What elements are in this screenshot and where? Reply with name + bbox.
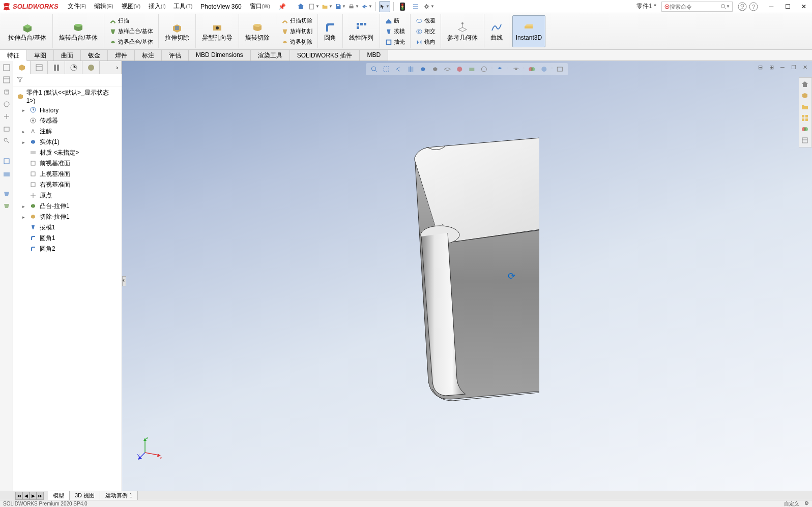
- tab-surface[interactable]: 曲面: [54, 50, 81, 61]
- tree-draft1[interactable]: 拔模1: [15, 222, 120, 233]
- task-home-icon[interactable]: [800, 80, 809, 89]
- tree-tab-property[interactable]: [31, 61, 48, 74]
- revolve-boss-button[interactable]: 旋转凸台/基体: [56, 15, 100, 47]
- tree-root[interactable]: 零件1 (默认<<默认>_显示状态 1>): [15, 87, 120, 105]
- tab-mbd[interactable]: MBD: [360, 50, 388, 61]
- tree-material[interactable]: 材质 <未指定>: [15, 147, 120, 158]
- tree-boss-extrude[interactable]: ▸凸台-拉伸1: [15, 201, 120, 212]
- strip-icon-6[interactable]: [2, 124, 11, 133]
- bottom-tab-3dview[interactable]: 3D 视图: [70, 491, 100, 500]
- menu-view[interactable]: 视图(V): [118, 1, 144, 12]
- zoom-fit-icon[interactable]: [369, 64, 379, 74]
- strip-icon-10[interactable]: [2, 189, 11, 198]
- open-icon[interactable]: ▼: [322, 1, 333, 12]
- nav-last[interactable]: ⏭: [37, 492, 44, 500]
- strip-icon-4[interactable]: [2, 100, 11, 109]
- tree-right-plane[interactable]: 右视基准面: [15, 180, 120, 190]
- linear-pattern-button[interactable]: 线性阵列: [346, 15, 376, 47]
- loft-boss-button[interactable]: 放样凸台/基体: [107, 26, 155, 36]
- pin-icon[interactable]: 📌: [278, 3, 286, 10]
- user-icon[interactable]: [737, 1, 748, 12]
- extrude-cut-button[interactable]: 拉伸切除: [162, 15, 192, 47]
- tab-sheet-metal[interactable]: 钣金: [81, 50, 108, 61]
- view-min-icon[interactable]: ─: [777, 63, 788, 71]
- draft-button[interactable]: 拔模: [383, 26, 407, 36]
- home-icon[interactable]: [295, 1, 306, 12]
- search-box[interactable]: ▼: [661, 2, 733, 12]
- task-library-icon[interactable]: [800, 102, 809, 111]
- menu-window[interactable]: 窗口(W): [246, 1, 274, 12]
- tab-sw-plugins[interactable]: SOLIDWORKS 插件: [290, 50, 360, 61]
- hud-icon-15[interactable]: [555, 64, 565, 74]
- menu-insert[interactable]: 插入(I): [144, 1, 169, 12]
- tab-sketch[interactable]: 草图: [27, 50, 54, 61]
- tree-top-plane[interactable]: 上视基准面: [15, 169, 120, 180]
- task-appearances-icon[interactable]: [800, 125, 809, 134]
- hud-icon-14[interactable]: [539, 64, 549, 74]
- rib-button[interactable]: 筋: [383, 16, 407, 25]
- view-expand-icon[interactable]: ⊞: [766, 63, 776, 71]
- view-close-icon[interactable]: ✕: [800, 63, 810, 71]
- shell-button[interactable]: 抽壳: [383, 37, 407, 47]
- search-input[interactable]: [670, 4, 720, 10]
- menu-photoview[interactable]: PhotoView 360: [196, 2, 246, 12]
- section-view-icon[interactable]: [405, 64, 416, 74]
- new-icon[interactable]: ▼: [308, 1, 320, 12]
- splitter-handle[interactable]: ‹: [122, 276, 126, 286]
- strip-icon-5[interactable]: [2, 112, 11, 121]
- strip-icon-9[interactable]: [2, 169, 11, 178]
- status-gear-icon[interactable]: ⚙: [804, 500, 809, 508]
- view-collapse-icon[interactable]: ⊟: [755, 63, 765, 71]
- tree-fillet2[interactable]: 圆角2: [15, 244, 120, 254]
- maximize-button[interactable]: ☐: [781, 2, 794, 12]
- tree-history[interactable]: ▸History: [15, 105, 120, 115]
- display-style-icon[interactable]: [430, 64, 440, 74]
- orientation-triad[interactable]: z x y: [137, 435, 163, 460]
- sweep-cut-button[interactable]: 扫描切除: [279, 16, 314, 25]
- menu-file[interactable]: 文件(F): [64, 1, 91, 12]
- tab-mbd-dim[interactable]: MBD Dimensions: [189, 50, 251, 61]
- strip-icon-11[interactable]: [2, 201, 11, 211]
- tree-solids[interactable]: ▸实体(1): [15, 137, 120, 147]
- tab-annotate[interactable]: 标注: [135, 50, 162, 61]
- strip-icon-2[interactable]: [2, 75, 11, 84]
- traffic-light-icon[interactable]: [397, 1, 408, 12]
- tab-feature[interactable]: 特征: [0, 50, 27, 61]
- boundary-boss-button[interactable]: 边界凸台/基体: [107, 37, 155, 47]
- loft-cut-button[interactable]: 放样切割: [279, 26, 314, 36]
- strip-icon-8[interactable]: [2, 157, 11, 166]
- menu-tools[interactable]: 工具(T): [169, 1, 196, 12]
- search-icon[interactable]: [720, 4, 726, 10]
- extrude-boss-button[interactable]: 拉伸凸台/基体: [5, 15, 49, 47]
- tree-front-plane[interactable]: 前视基准面: [15, 158, 120, 169]
- mirror-button[interactable]: 镜向: [414, 37, 438, 47]
- nav-first[interactable]: ⏮: [15, 492, 22, 500]
- view-settings-icon[interactable]: [479, 64, 489, 74]
- undo-icon[interactable]: ▼: [361, 1, 372, 12]
- hud-icon-12[interactable]: [511, 64, 521, 74]
- sweep-button[interactable]: 扫描: [107, 16, 155, 25]
- tab-evaluate[interactable]: 评估: [162, 50, 189, 61]
- tree-annotations[interactable]: ▸A注解: [15, 126, 120, 137]
- hud-icon-13[interactable]: [527, 64, 537, 74]
- viewport[interactable]: ‹ · · · · ⊟ ⊞ ─ ☐: [122, 61, 812, 491]
- help-icon[interactable]: ?: [748, 1, 759, 12]
- menu-edit[interactable]: 编辑(E): [90, 1, 117, 12]
- view-max-icon[interactable]: ☐: [789, 63, 799, 71]
- tree-filter[interactable]: [13, 74, 122, 86]
- instant3d-button[interactable]: Instant3D: [512, 15, 545, 47]
- tab-weldments[interactable]: 焊件: [108, 50, 135, 61]
- options-icon[interactable]: ▼: [423, 1, 434, 12]
- task-view-palette-icon[interactable]: [800, 113, 809, 123]
- apply-scene-icon[interactable]: [467, 64, 477, 74]
- task-resources-icon[interactable]: [800, 91, 809, 100]
- strip-icon-3[interactable]: [2, 87, 11, 97]
- tree-tab-expand[interactable]: ›: [100, 61, 122, 74]
- close-button[interactable]: ✕: [798, 2, 810, 12]
- tree-tab-feature[interactable]: [13, 61, 31, 74]
- tree-tab-config[interactable]: [48, 61, 65, 74]
- ref-geom-button[interactable]: 参考几何体: [444, 15, 481, 47]
- previous-view-icon[interactable]: [393, 64, 403, 74]
- task-custom-props-icon[interactable]: [800, 136, 809, 145]
- select-icon[interactable]: ▼: [379, 1, 390, 12]
